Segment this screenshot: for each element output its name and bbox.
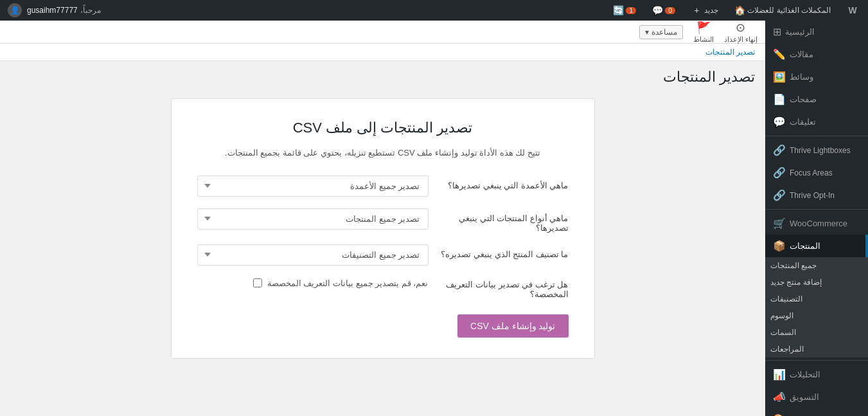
sidebar-item-label-comments: تعليقات [790, 117, 816, 127]
adminbar-updates[interactable]: 1 🔄 [608, 0, 640, 21]
export-card-description: تتيح لك هذه الأداة توليد وإنشاء ملف CSV … [197, 147, 569, 160]
menu-sep-1 [765, 136, 868, 136]
menu-sep-3 [765, 360, 868, 361]
export-card-heading: تصدير المنتجات إلى ملف CSV [197, 120, 569, 136]
help-button[interactable]: مساعدة ▾ [639, 25, 683, 39]
wp-logo-icon: W [846, 4, 859, 17]
category-select-wrap: تصدير جميع التصنيفات [197, 244, 429, 266]
activity-label: النشاط [693, 35, 714, 44]
sidebar-item-comments[interactable]: تعليقات 💬 [765, 111, 868, 133]
sidebar-item-thrive-optin[interactable]: Thrive Opt-In 🔗 [765, 184, 868, 206]
custom-meta-row: هل ترغب في تصدير بيانات التعريف المخصصة؟… [197, 277, 569, 299]
sidebar-item-marketing[interactable]: التسويق 📣 [765, 386, 868, 408]
adminbar-comments[interactable]: 0 💬 [648, 0, 679, 21]
product-types-row: ماهي أنواع المنتجات التي ينبغي تصديرها؟ … [197, 208, 569, 233]
sidebar-item-label-thrive-lightboxes: Thrive Lightboxes [790, 146, 851, 155]
comments-count: 0 [665, 7, 675, 14]
thrive-lightboxes-icon: 🔗 [773, 144, 786, 156]
posts-icon: ✏️ [773, 48, 786, 60]
sidebar-item-focus-areas[interactable]: Focus Areas 🔗 [765, 161, 868, 184]
sidebar-item-label-products: المنتجات [790, 241, 820, 251]
activity-button[interactable]: 🚩 النشاط [693, 21, 714, 44]
user-avatar-icon: 👤 [8, 3, 22, 17]
columns-select-wrap: تصدير جميع الأعمدة [197, 176, 429, 197]
submenu-label-attributes: السمات [770, 328, 796, 337]
marketing-icon: 📣 [773, 391, 786, 403]
columns-select[interactable]: تصدير جميع الأعمدة [197, 176, 429, 197]
sidebar-item-media[interactable]: وسائط 🖼️ [765, 66, 868, 88]
custom-meta-label: نعم، قم بتصدير جميع بيانات التعريف المخص… [267, 278, 429, 288]
sidebar-item-label-analytics: التحليلات [790, 370, 820, 379]
product-types-question: ماهي أنواع المنتجات التي ينبغي تصديرها؟ [439, 208, 569, 233]
sidebar-item-label-woocommerce: WooCommerce [790, 219, 847, 228]
sidebar-item-label-posts: مقالات [790, 50, 813, 59]
sidebar-item-dashboard[interactable]: الرئيسية ⊞ [765, 21, 868, 43]
comments-icon: 💬 [651, 5, 663, 16]
submenu-label-all-products: جميع المنتجات [770, 261, 817, 270]
submenu-add-product[interactable]: إضافة منتج جديد [765, 274, 868, 291]
submenu-label-categories: التصنيفات [770, 294, 802, 303]
help-label: مساعدة [651, 28, 677, 37]
adminbar-site-name: المكملات الغذائية للعضلات [747, 6, 831, 15]
page-title: تصدير المنتجات [10, 69, 755, 86]
custom-meta-checkbox[interactable] [253, 278, 262, 287]
adminbar-avatar[interactable]: 👤 [5, 0, 24, 21]
main-content: ⊙ إنهاء الإعداد 🚩 النشاط مساعدة ▾ تصدير … [0, 21, 765, 416]
page-heading: تصدير المنتجات [0, 61, 765, 88]
adminbar-wp-logo[interactable]: W [842, 0, 863, 21]
sidebar-item-pages[interactable]: صفحات 📄 [765, 88, 868, 111]
updates-icon: 🔄 [612, 5, 624, 16]
sidebar-item-thrive-lightboxes[interactable]: Thrive Lightboxes 🔗 [765, 139, 868, 161]
help-chevron-icon: ▾ [645, 28, 649, 37]
adminbar-site[interactable]: المكملات الغذائية للعضلات 🏠 [730, 0, 835, 21]
columns-question: ماهي الأعمدة التي ينبغي تصديرها؟ [439, 176, 569, 190]
sidebar-item-appearance[interactable]: المظهر 🎨 [765, 408, 868, 416]
product-types-select[interactable]: تصدير جميع المنتجات [197, 208, 429, 230]
adminbar-new-label: جديد [704, 6, 718, 15]
category-select[interactable]: تصدير جميع التصنيفات [197, 244, 429, 266]
sidebar: الرئيسية ⊞ مقالات ✏️ وسائط 🖼️ صفحات 📄 تع… [765, 21, 868, 416]
submenu-categories[interactable]: التصنيفات [765, 291, 868, 307]
category-row: ما تصنيف المنتج الذي ينبغي تصديره؟ تصدير… [197, 244, 569, 266]
home-icon: 🏠 [734, 5, 745, 16]
submenu-label-add-product: إضافة منتج جديد [770, 278, 822, 287]
adminbar-new[interactable]: جديد + [687, 0, 722, 21]
product-types-select-wrap: تصدير جميع المنتجات [197, 208, 429, 230]
products-icon: 📦 [773, 240, 786, 252]
updates-count: 1 [626, 7, 636, 14]
submenu-tags[interactable]: الوسوم [765, 307, 868, 324]
sidebar-item-woocommerce[interactable]: WooCommerce 🛒 [765, 212, 868, 235]
finish-setup-icon: ⊙ [736, 21, 745, 35]
sidebar-item-analytics[interactable]: التحليلات 📊 [765, 363, 868, 386]
submenu-label-reviews: المراجعات [770, 345, 804, 354]
plus-icon: + [691, 5, 702, 16]
sidebar-item-label-dashboard: الرئيسية [785, 27, 815, 37]
breadcrumb: تصدير المنتجات [0, 44, 765, 61]
export-csv-button[interactable]: توليد وإنشاء ملف CSV [457, 314, 568, 338]
sidebar-item-posts[interactable]: مقالات ✏️ [765, 43, 868, 66]
columns-row: ماهي الأعمدة التي ينبغي تصديرها؟ تصدير ج… [197, 176, 569, 197]
content-toolbar: ⊙ إنهاء الإعداد 🚩 النشاط مساعدة ▾ [0, 21, 765, 44]
media-icon: 🖼️ [773, 71, 786, 83]
sidebar-item-label-focus-areas: Focus Areas [790, 168, 833, 177]
user-greeting: مرحباً، [80, 6, 101, 15]
finish-setup-label: إنهاء الإعداد [724, 35, 757, 44]
appearance-icon: 🎨 [773, 413, 786, 416]
sidebar-item-label-marketing: التسويق [790, 392, 819, 402]
pages-icon: 📄 [773, 93, 786, 105]
submenu-all-products[interactable]: جميع المنتجات [765, 257, 868, 274]
submenu-attributes[interactable]: السمات [765, 324, 868, 341]
breadcrumb-link[interactable]: تصدير المنتجات [705, 48, 755, 57]
analytics-icon: 📊 [773, 368, 786, 381]
sidebar-item-label-media: وسائط [790, 72, 813, 82]
sidebar-item-products[interactable]: المنتجات 📦 [765, 235, 868, 257]
submenu-reviews[interactable]: المراجعات [765, 341, 868, 357]
dashboard-icon: ⊞ [773, 26, 781, 38]
finish-setup-button[interactable]: ⊙ إنهاء الإعداد [724, 21, 757, 44]
username[interactable]: gusaihm77777 [27, 6, 78, 15]
custom-meta-question: هل ترغب في تصدير بيانات التعريف المخصصة؟ [439, 277, 569, 299]
comments-menu-icon: 💬 [773, 116, 786, 128]
submenu-label-tags: الوسوم [770, 311, 793, 320]
sidebar-item-label-pages: صفحات [790, 95, 817, 104]
activity-icon: 🚩 [696, 21, 711, 35]
